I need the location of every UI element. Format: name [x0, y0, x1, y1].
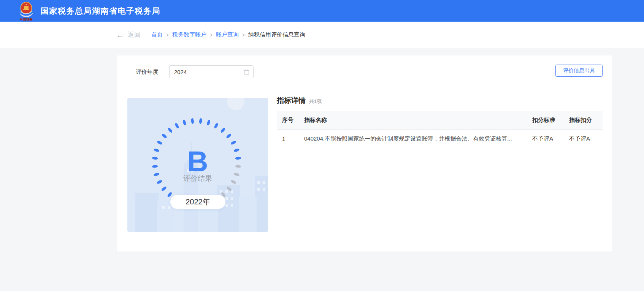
rating-grade: B — [127, 145, 268, 178]
cell-standard: 不予评A — [532, 135, 569, 142]
breadcrumb-separator: > — [166, 32, 169, 38]
cell-deduction: 不予评A — [569, 135, 603, 142]
table-row[interactable]: 1 040204.不能按照国家统一的会计制度规定设置账簿，并根据合法、有效凭证核… — [277, 130, 603, 148]
breadcrumb-link-account-query[interactable]: 账户查询 — [216, 31, 239, 38]
breadcrumb-separator: > — [242, 32, 245, 38]
col-header-no: 序号 — [282, 117, 304, 124]
breadcrumb-link-home[interactable]: 首页 — [151, 31, 163, 38]
breadcrumb-separator: > — [210, 32, 213, 38]
top-header: 中国税务 国家税务总局湖南省电子税务局 — [0, 0, 644, 22]
evaluation-year-filter: 评价年度 2024 — [136, 65, 254, 78]
app-root: 中国税务 国家税务总局湖南省电子税务局 ← 返回 首页 > 税务数字账户 > 账… — [0, 0, 644, 291]
breadcrumb-current: 纳税信用评价信息查询 — [248, 31, 305, 38]
rating-year-badge: 2022年 — [170, 195, 225, 209]
indicators-table: 序号 指标名称 扣分标准 指标扣分 1 040204.不能按照国家统一的会计制度… — [277, 111, 603, 148]
app-title: 国家税务总局湖南省电子税务局 — [41, 6, 160, 16]
back-arrow-icon: ← — [116, 31, 124, 39]
breadcrumb-link-digital-account[interactable]: 税务数字账户 — [172, 31, 206, 38]
rating-caption: 评价结果 — [127, 174, 268, 183]
logo-caption: 中国税务 — [20, 17, 33, 21]
evaluation-year-label: 评价年度 — [136, 68, 159, 76]
back-button[interactable]: ← 返回 — [116, 30, 141, 39]
back-label: 返回 — [128, 30, 141, 39]
col-header-standard: 扣分标准 — [532, 117, 569, 124]
tax-emblem-logo: 中国税务 — [17, 1, 36, 22]
breadcrumb-bar: ← 返回 首页 > 税务数字账户 > 账户查询 > 纳税信用评价信息查询 — [0, 22, 644, 48]
table-header-row: 序号 指标名称 扣分标准 指标扣分 — [277, 111, 603, 130]
details-title: 指标详情 — [277, 96, 306, 106]
details-section: 指标详情 共1项 序号 指标名称 扣分标准 指标扣分 1 040204.不能按照… — [277, 96, 603, 148]
col-header-deduction: 指标扣分 — [569, 117, 603, 124]
issue-evaluation-info-button[interactable]: 评价信息出具 — [555, 65, 603, 77]
calendar-icon — [244, 69, 249, 75]
cell-no: 1 — [282, 136, 304, 142]
col-header-name: 指标名称 — [304, 117, 532, 124]
content-panel: 评价年度 2024 评价信息出具 — [117, 55, 612, 251]
evaluation-year-value: 2024 — [174, 69, 187, 75]
breadcrumb: 首页 > 税务数字账户 > 账户查询 > 纳税信用评价信息查询 — [151, 31, 305, 38]
details-count: 共1项 — [309, 98, 322, 105]
rating-card: B 评价结果 2022年 — [127, 98, 268, 232]
cell-name: 040204.不能按照国家统一的会计制度规定设置账簿，并根据合法、有效凭证核算.… — [304, 135, 532, 142]
evaluation-year-input[interactable]: 2024 — [169, 65, 254, 78]
